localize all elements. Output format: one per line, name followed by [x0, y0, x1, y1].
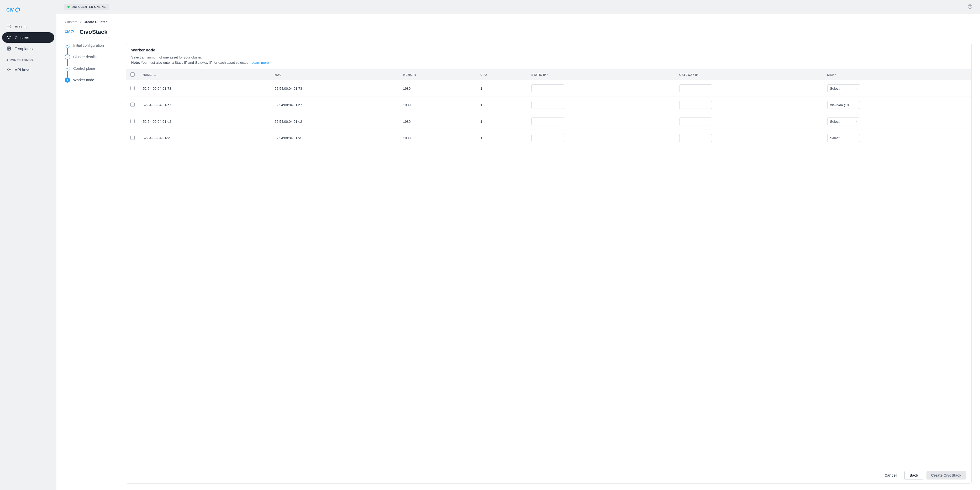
select-all-checkbox[interactable]: [130, 72, 135, 76]
disk-select[interactable]: Select: [827, 84, 860, 92]
cell-cpu: 1: [477, 97, 528, 113]
step-label: Cluster details: [73, 54, 97, 60]
row-checkbox[interactable]: [130, 136, 135, 140]
logo: CIV: [0, 4, 56, 21]
required-star: *: [835, 73, 837, 76]
create-civostack-button[interactable]: Create CivoStack: [926, 471, 966, 479]
gateway-ip-input[interactable]: [679, 84, 712, 92]
cell-cpu: 1: [477, 130, 528, 146]
static-ip-input[interactable]: [531, 134, 564, 142]
svg-text:CIV: CIV: [65, 30, 70, 33]
breadcrumb-link[interactable]: Clusters: [65, 20, 78, 24]
row-checkbox[interactable]: [130, 86, 135, 90]
step-label: Control plane: [73, 66, 95, 71]
step-check-icon: [65, 66, 70, 71]
step-check-icon: [65, 54, 70, 60]
table-row: 52-54-00-04-01-73 52:54:00:04:01:73 1980…: [126, 80, 971, 97]
gateway-ip-input[interactable]: [679, 134, 712, 142]
col-header-static-ip: STATIC IP*: [528, 69, 676, 80]
disk-select[interactable]: /dev/vda (10G): [827, 101, 860, 109]
svg-rect-1: [7, 25, 11, 26]
sidebar-item-assets[interactable]: Assets: [2, 21, 54, 32]
step-connector: [67, 48, 68, 54]
row-checkbox[interactable]: [130, 103, 135, 107]
content: Clusters › Create Cluster CIV CivoStack: [56, 14, 980, 490]
col-header-select: [126, 69, 139, 80]
panel-desc-line2: You must also enter a Static IP and Gate…: [141, 60, 250, 65]
cell-cpu: 1: [477, 113, 528, 130]
cell-name: 52-54-00-04-01-e2: [139, 113, 271, 130]
col-header-disk: DISK*: [824, 69, 972, 80]
required-star: *: [547, 73, 548, 76]
disk-select[interactable]: Select: [827, 134, 860, 142]
panel-title: Worker node: [131, 48, 966, 52]
static-ip-input[interactable]: [531, 84, 564, 92]
cell-memory: 1980: [399, 97, 477, 113]
main: DATA CENTER ONLINE Clusters › Create Clu…: [56, 0, 980, 490]
cell-mac: 52:54:00:04:01:b7: [271, 97, 399, 113]
help-icon[interactable]: [967, 4, 973, 10]
static-ip-input[interactable]: [531, 117, 564, 125]
step-label: Worker node: [73, 78, 94, 82]
step-label: Initial configuration: [73, 43, 104, 48]
sort-caret-icon: ▲: [154, 74, 156, 76]
note-label: Note:: [131, 60, 140, 65]
learn-more-link[interactable]: Learn more: [251, 60, 269, 65]
step-connector: [67, 60, 68, 66]
admin-settings-label: ADMIN SETTINGS: [0, 54, 56, 64]
cell-memory: 1980: [399, 113, 477, 130]
disk-select[interactable]: Select: [827, 117, 860, 125]
col-header-mac[interactable]: MAC: [271, 69, 399, 80]
sidebar-item-clusters[interactable]: Clusters: [2, 32, 54, 43]
cell-mac: 52:54:00:04:01:73: [271, 80, 399, 97]
table-row: 52-54-00-04-01-b7 52:54:00:04:01:b7 1980…: [126, 97, 971, 113]
step-number-icon: 4: [65, 78, 70, 82]
table-row: 52-54-00-04-01-fd 52:54:00:04:01:fd 1980…: [126, 130, 971, 146]
sidebar: CIV Assets Clusters Templates ADMIN SETT…: [0, 0, 56, 490]
step-connector: [67, 71, 68, 78]
server-icon: [6, 24, 11, 29]
panel-description: Select a minimum of one asset for your c…: [131, 55, 966, 65]
breadcrumb-separator: ›: [80, 20, 81, 24]
cell-memory: 1980: [399, 80, 477, 97]
panel-footer: Cancel Back Create CivoStack: [126, 467, 971, 484]
step-initial-configuration[interactable]: Initial configuration: [65, 43, 117, 48]
page-title: CivoStack: [80, 29, 107, 35]
step-worker-node[interactable]: 4 Worker node: [65, 78, 117, 82]
step-control-plane[interactable]: Control plane: [65, 66, 117, 71]
gateway-ip-input[interactable]: [679, 117, 712, 125]
cancel-button[interactable]: Cancel: [880, 471, 901, 479]
cell-name: 52-54-00-04-01-fd: [139, 130, 271, 146]
gateway-ip-input[interactable]: [679, 101, 712, 109]
sidebar-item-api-keys[interactable]: API keys: [2, 64, 54, 75]
cell-name: 52-54-00-04-01-b7: [139, 97, 271, 113]
row-checkbox[interactable]: [130, 119, 135, 123]
sidebar-item-label: Clusters: [15, 35, 29, 40]
step-cluster-details[interactable]: Cluster details: [65, 54, 117, 60]
cell-mac: 52:54:00:04:01:fd: [271, 130, 399, 146]
col-header-name[interactable]: NAME ▲: [139, 69, 271, 80]
back-button[interactable]: Back: [904, 471, 923, 480]
svg-point-10: [7, 69, 9, 70]
table-row: 52-54-00-04-01-e2 52:54:00:04:01:e2 1980…: [126, 113, 971, 130]
page-title-row: CIV CivoStack: [65, 29, 972, 35]
col-header-memory[interactable]: MEMORY: [399, 69, 477, 80]
col-header-gateway-ip: GATEWAY IP: [676, 69, 823, 80]
panel-desc-line1: Select a minimum of one asset for your c…: [131, 56, 202, 59]
sidebar-item-label: API keys: [15, 67, 30, 72]
sidebar-item-templates[interactable]: Templates: [2, 43, 54, 54]
sidebar-item-label: Assets: [15, 24, 27, 29]
sidebar-item-label: Templates: [15, 46, 33, 51]
cell-cpu: 1: [477, 80, 528, 97]
topbar: DATA CENTER ONLINE: [56, 0, 980, 14]
col-header-cpu[interactable]: CPU: [477, 69, 528, 80]
status-dot-icon: [67, 6, 70, 8]
svg-rect-2: [7, 27, 11, 29]
panel: Worker node Select a minimum of one asse…: [126, 43, 972, 484]
static-ip-input[interactable]: [531, 101, 564, 109]
civo-mark-icon: CIV: [65, 29, 77, 35]
step-check-icon: [65, 43, 70, 48]
breadcrumb-current: Create Cluster: [83, 20, 107, 24]
cell-mac: 52:54:00:04:01:e2: [271, 113, 399, 130]
svg-point-4: [10, 36, 11, 38]
